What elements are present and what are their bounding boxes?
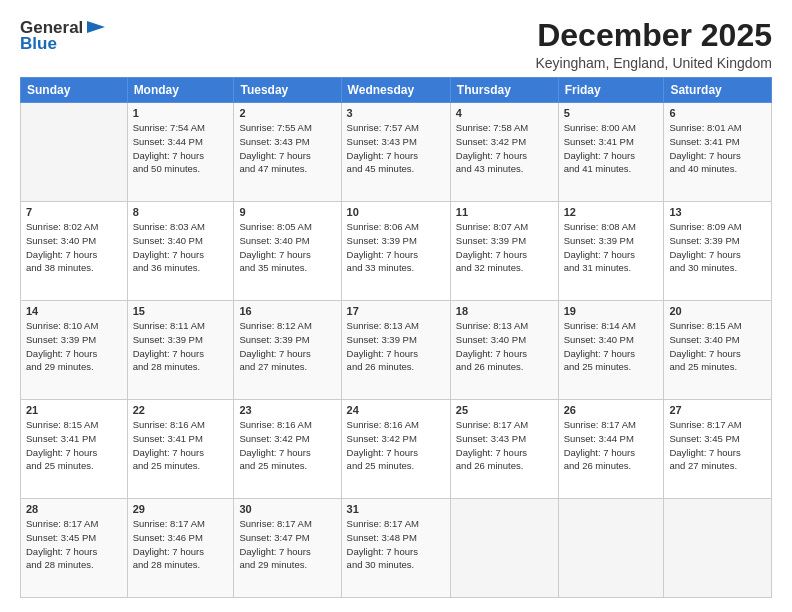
table-row: 6Sunrise: 8:01 AM Sunset: 3:41 PM Daylig… bbox=[664, 103, 772, 202]
day-info: Sunrise: 8:11 AM Sunset: 3:39 PM Dayligh… bbox=[133, 319, 229, 374]
day-number: 26 bbox=[564, 404, 659, 416]
day-number: 27 bbox=[669, 404, 766, 416]
calendar-week-1: 7Sunrise: 8:02 AM Sunset: 3:40 PM Daylig… bbox=[21, 202, 772, 301]
header-sunday: Sunday bbox=[21, 78, 128, 103]
calendar-week-2: 14Sunrise: 8:10 AM Sunset: 3:39 PM Dayli… bbox=[21, 301, 772, 400]
day-info: Sunrise: 7:58 AM Sunset: 3:42 PM Dayligh… bbox=[456, 121, 553, 176]
table-row bbox=[664, 499, 772, 598]
day-number: 19 bbox=[564, 305, 659, 317]
day-info: Sunrise: 8:17 AM Sunset: 3:46 PM Dayligh… bbox=[133, 517, 229, 572]
logo: General Blue bbox=[20, 18, 107, 54]
day-info: Sunrise: 8:00 AM Sunset: 3:41 PM Dayligh… bbox=[564, 121, 659, 176]
day-info: Sunrise: 8:03 AM Sunset: 3:40 PM Dayligh… bbox=[133, 220, 229, 275]
day-number: 17 bbox=[347, 305, 445, 317]
day-number: 12 bbox=[564, 206, 659, 218]
calendar-week-0: 1Sunrise: 7:54 AM Sunset: 3:44 PM Daylig… bbox=[21, 103, 772, 202]
calendar-table: Sunday Monday Tuesday Wednesday Thursday… bbox=[20, 77, 772, 598]
day-number: 22 bbox=[133, 404, 229, 416]
table-row: 24Sunrise: 8:16 AM Sunset: 3:42 PM Dayli… bbox=[341, 400, 450, 499]
header-tuesday: Tuesday bbox=[234, 78, 341, 103]
day-info: Sunrise: 8:13 AM Sunset: 3:40 PM Dayligh… bbox=[456, 319, 553, 374]
day-number: 4 bbox=[456, 107, 553, 119]
day-number: 8 bbox=[133, 206, 229, 218]
day-info: Sunrise: 8:05 AM Sunset: 3:40 PM Dayligh… bbox=[239, 220, 335, 275]
day-number: 2 bbox=[239, 107, 335, 119]
day-number: 30 bbox=[239, 503, 335, 515]
table-row: 21Sunrise: 8:15 AM Sunset: 3:41 PM Dayli… bbox=[21, 400, 128, 499]
header-friday: Friday bbox=[558, 78, 664, 103]
table-row: 9Sunrise: 8:05 AM Sunset: 3:40 PM Daylig… bbox=[234, 202, 341, 301]
table-row: 31Sunrise: 8:17 AM Sunset: 3:48 PM Dayli… bbox=[341, 499, 450, 598]
header-thursday: Thursday bbox=[450, 78, 558, 103]
day-info: Sunrise: 7:55 AM Sunset: 3:43 PM Dayligh… bbox=[239, 121, 335, 176]
month-title: December 2025 bbox=[535, 18, 772, 53]
day-number: 6 bbox=[669, 107, 766, 119]
table-row: 20Sunrise: 8:15 AM Sunset: 3:40 PM Dayli… bbox=[664, 301, 772, 400]
table-row: 26Sunrise: 8:17 AM Sunset: 3:44 PM Dayli… bbox=[558, 400, 664, 499]
table-row: 5Sunrise: 8:00 AM Sunset: 3:41 PM Daylig… bbox=[558, 103, 664, 202]
table-row: 17Sunrise: 8:13 AM Sunset: 3:39 PM Dayli… bbox=[341, 301, 450, 400]
table-row: 11Sunrise: 8:07 AM Sunset: 3:39 PM Dayli… bbox=[450, 202, 558, 301]
day-number: 10 bbox=[347, 206, 445, 218]
day-info: Sunrise: 7:57 AM Sunset: 3:43 PM Dayligh… bbox=[347, 121, 445, 176]
day-number: 3 bbox=[347, 107, 445, 119]
location-text: Keyingham, England, United Kingdom bbox=[535, 55, 772, 71]
day-number: 28 bbox=[26, 503, 122, 515]
title-block: December 2025 Keyingham, England, United… bbox=[535, 18, 772, 71]
svg-marker-0 bbox=[87, 21, 105, 33]
header-saturday: Saturday bbox=[664, 78, 772, 103]
header-monday: Monday bbox=[127, 78, 234, 103]
day-number: 9 bbox=[239, 206, 335, 218]
day-info: Sunrise: 8:01 AM Sunset: 3:41 PM Dayligh… bbox=[669, 121, 766, 176]
calendar-header-row: Sunday Monday Tuesday Wednesday Thursday… bbox=[21, 78, 772, 103]
table-row: 1Sunrise: 7:54 AM Sunset: 3:44 PM Daylig… bbox=[127, 103, 234, 202]
table-row: 10Sunrise: 8:06 AM Sunset: 3:39 PM Dayli… bbox=[341, 202, 450, 301]
table-row: 7Sunrise: 8:02 AM Sunset: 3:40 PM Daylig… bbox=[21, 202, 128, 301]
calendar-week-3: 21Sunrise: 8:15 AM Sunset: 3:41 PM Dayli… bbox=[21, 400, 772, 499]
table-row: 3Sunrise: 7:57 AM Sunset: 3:43 PM Daylig… bbox=[341, 103, 450, 202]
day-number: 15 bbox=[133, 305, 229, 317]
day-number: 14 bbox=[26, 305, 122, 317]
day-number: 11 bbox=[456, 206, 553, 218]
day-number: 25 bbox=[456, 404, 553, 416]
day-info: Sunrise: 8:12 AM Sunset: 3:39 PM Dayligh… bbox=[239, 319, 335, 374]
logo-flag-icon bbox=[85, 19, 107, 37]
day-number: 29 bbox=[133, 503, 229, 515]
day-info: Sunrise: 8:09 AM Sunset: 3:39 PM Dayligh… bbox=[669, 220, 766, 275]
table-row: 28Sunrise: 8:17 AM Sunset: 3:45 PM Dayli… bbox=[21, 499, 128, 598]
table-row: 29Sunrise: 8:17 AM Sunset: 3:46 PM Dayli… bbox=[127, 499, 234, 598]
day-info: Sunrise: 8:10 AM Sunset: 3:39 PM Dayligh… bbox=[26, 319, 122, 374]
table-row: 4Sunrise: 7:58 AM Sunset: 3:42 PM Daylig… bbox=[450, 103, 558, 202]
day-info: Sunrise: 8:17 AM Sunset: 3:48 PM Dayligh… bbox=[347, 517, 445, 572]
calendar-page: General Blue December 2025 Keyingham, En… bbox=[0, 0, 792, 612]
day-info: Sunrise: 8:02 AM Sunset: 3:40 PM Dayligh… bbox=[26, 220, 122, 275]
table-row: 25Sunrise: 8:17 AM Sunset: 3:43 PM Dayli… bbox=[450, 400, 558, 499]
table-row: 23Sunrise: 8:16 AM Sunset: 3:42 PM Dayli… bbox=[234, 400, 341, 499]
day-info: Sunrise: 8:07 AM Sunset: 3:39 PM Dayligh… bbox=[456, 220, 553, 275]
day-number: 5 bbox=[564, 107, 659, 119]
table-row: 19Sunrise: 8:14 AM Sunset: 3:40 PM Dayli… bbox=[558, 301, 664, 400]
calendar-week-4: 28Sunrise: 8:17 AM Sunset: 3:45 PM Dayli… bbox=[21, 499, 772, 598]
day-number: 31 bbox=[347, 503, 445, 515]
day-number: 21 bbox=[26, 404, 122, 416]
day-info: Sunrise: 8:17 AM Sunset: 3:43 PM Dayligh… bbox=[456, 418, 553, 473]
header-wednesday: Wednesday bbox=[341, 78, 450, 103]
day-info: Sunrise: 8:06 AM Sunset: 3:39 PM Dayligh… bbox=[347, 220, 445, 275]
header: General Blue December 2025 Keyingham, En… bbox=[20, 18, 772, 71]
day-info: Sunrise: 7:54 AM Sunset: 3:44 PM Dayligh… bbox=[133, 121, 229, 176]
day-info: Sunrise: 8:13 AM Sunset: 3:39 PM Dayligh… bbox=[347, 319, 445, 374]
table-row: 27Sunrise: 8:17 AM Sunset: 3:45 PM Dayli… bbox=[664, 400, 772, 499]
table-row bbox=[558, 499, 664, 598]
table-row: 15Sunrise: 8:11 AM Sunset: 3:39 PM Dayli… bbox=[127, 301, 234, 400]
day-number: 18 bbox=[456, 305, 553, 317]
table-row bbox=[21, 103, 128, 202]
day-info: Sunrise: 8:17 AM Sunset: 3:45 PM Dayligh… bbox=[26, 517, 122, 572]
day-info: Sunrise: 8:16 AM Sunset: 3:42 PM Dayligh… bbox=[239, 418, 335, 473]
day-info: Sunrise: 8:08 AM Sunset: 3:39 PM Dayligh… bbox=[564, 220, 659, 275]
day-number: 16 bbox=[239, 305, 335, 317]
table-row: 14Sunrise: 8:10 AM Sunset: 3:39 PM Dayli… bbox=[21, 301, 128, 400]
day-info: Sunrise: 8:16 AM Sunset: 3:41 PM Dayligh… bbox=[133, 418, 229, 473]
day-number: 20 bbox=[669, 305, 766, 317]
day-number: 7 bbox=[26, 206, 122, 218]
table-row: 2Sunrise: 7:55 AM Sunset: 3:43 PM Daylig… bbox=[234, 103, 341, 202]
